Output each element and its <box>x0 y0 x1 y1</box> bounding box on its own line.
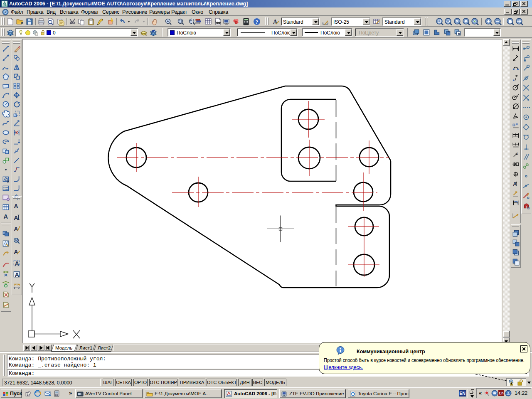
svg-text:A: A <box>14 203 18 209</box>
svg-text:A: A <box>15 271 20 278</box>
svg-text:A: A <box>273 19 278 25</box>
svg-text:?: ? <box>256 19 259 25</box>
svg-text:A: A <box>14 214 18 221</box>
svg-text:1: 1 <box>516 152 518 155</box>
svg-text:A: A <box>14 249 18 255</box>
svg-text:a: a <box>507 391 510 396</box>
svg-text:A: A <box>15 260 20 266</box>
svg-text:A: A <box>14 226 18 232</box>
svg-text:A: A <box>3 213 8 220</box>
